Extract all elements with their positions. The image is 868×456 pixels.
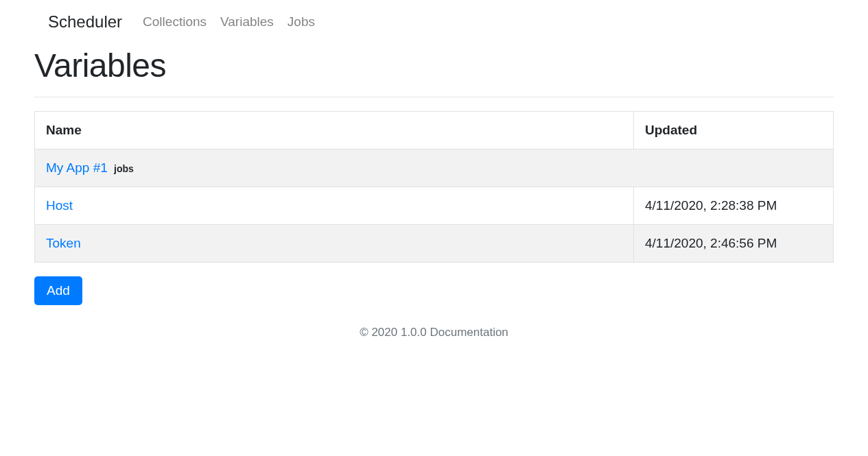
variable-link-host[interactable]: Host (46, 198, 73, 213)
add-button[interactable]: Add (34, 276, 82, 305)
table-header-updated: Updated (634, 112, 834, 149)
nav-link-collections[interactable]: Collections (143, 14, 207, 29)
variable-link-token[interactable]: Token (46, 236, 81, 250)
table-row: Host 4/11/2020, 2:28:38 PM (35, 187, 834, 225)
footer-text: © 2020 1.0.0 Documentation (34, 326, 834, 360)
group-badge-jobs: jobs (114, 163, 134, 174)
variable-updated: 4/11/2020, 2:46:56 PM (634, 225, 834, 263)
top-navbar: Scheduler Collections Variables Jobs (34, 0, 834, 40)
page-title: Variables (34, 47, 834, 84)
table-group-row: My App #1 jobs (35, 149, 834, 187)
variable-updated: 4/11/2020, 2:28:38 PM (634, 187, 834, 225)
table-header-name: Name (35, 112, 634, 149)
table-row: Token 4/11/2020, 2:46:56 PM (35, 225, 834, 263)
variables-table: Name Updated My App #1 jobs Host 4/11/20… (34, 111, 834, 263)
title-divider (34, 97, 834, 97)
nav-link-jobs[interactable]: Jobs (288, 14, 315, 29)
group-link-myapp[interactable]: My App #1 (46, 160, 108, 175)
nav-link-variables[interactable]: Variables (220, 14, 274, 29)
brand-link[interactable]: Scheduler (48, 12, 122, 32)
